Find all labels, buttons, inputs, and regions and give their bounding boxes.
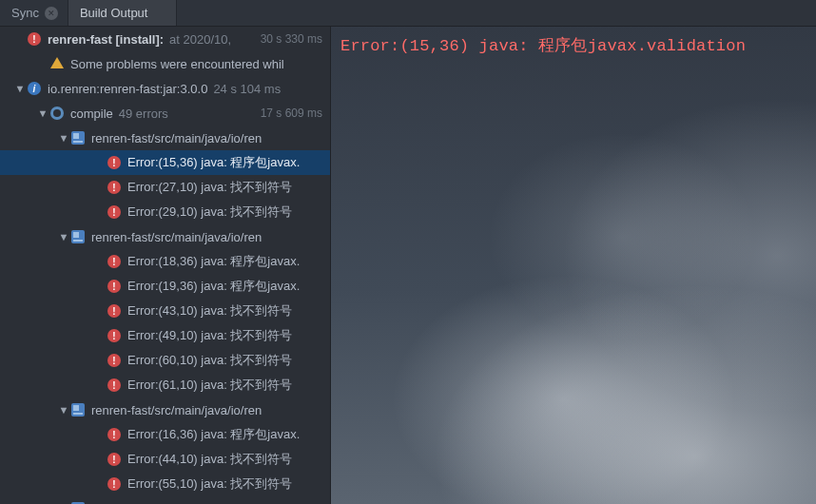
tree-row[interactable]: Error:(44,10) java: 找不到符号 — [0, 447, 330, 472]
tree-row-label: renren-fast/src/main/java/io/ren — [91, 230, 262, 244]
tree-row-label: Error:(27,10) java: 找不到符号 — [127, 179, 292, 196]
tree-row[interactable]: Error:(29,10) java: 找不到符号 — [0, 200, 330, 224]
build-tree[interactable]: renren-fast [install]:at 2020/10,30 s 33… — [0, 27, 331, 504]
indent — [0, 39, 13, 40]
gear-icon — [49, 106, 65, 121]
indent — [0, 212, 93, 213]
warning-icon — [49, 56, 65, 71]
tree-row-label: Error:(43,10) java: 找不到符号 — [127, 302, 292, 320]
tree-row-timing: 30 s 330 ms — [261, 32, 322, 46]
tree-row[interactable]: ▼compile49 errors17 s 609 ms — [0, 101, 330, 126]
tree-row[interactable]: Error:(43,10) java: 找不到符号 — [0, 299, 330, 323]
tree-row[interactable]: Error:(27,10) java: 找不到符号 — [0, 175, 330, 200]
tree-row-label: io.renren:renren-fast:jar:3.0.0 — [48, 82, 207, 96]
java-file-icon — [70, 402, 86, 417]
chevron-down-icon[interactable]: ▼ — [13, 83, 27, 94]
tree-row[interactable]: Error:(19,36) java: 程序包javax. — [0, 274, 330, 299]
tab-bar: Sync Build Output — [0, 0, 816, 27]
error-icon — [107, 427, 122, 442]
indent — [0, 187, 93, 188]
tab-sync[interactable]: Sync — [0, 0, 68, 26]
close-icon[interactable] — [45, 7, 58, 20]
tree-row[interactable]: Error:(61,10) java: 找不到符号 — [0, 373, 330, 397]
indent — [0, 262, 93, 262]
tree-row-label: Error:(49,10) java: 找不到符号 — [127, 327, 292, 344]
error-icon — [107, 353, 122, 368]
tree-row[interactable]: Error:(49,10) java: 找不到符号 — [0, 323, 330, 348]
background-image — [331, 27, 816, 504]
tree-row-label: Error:(61,10) java: 找不到符号 — [127, 377, 292, 394]
tree-row-suffix: at 2020/10, — [169, 32, 231, 47]
tree-row-label: Error:(15,36) java: 程序包javax. — [127, 154, 300, 171]
indent — [0, 113, 36, 114]
error-icon — [107, 254, 122, 269]
error-icon — [107, 378, 122, 393]
tree-row[interactable]: ▼renren-fast/src/main/java/io/ren — [0, 397, 330, 422]
tree-row-suffix: 49 errors — [119, 107, 168, 121]
indent — [0, 360, 93, 361]
error-icon — [107, 476, 122, 492]
tree-row[interactable]: ▼renren-fast/src/main/java/io/ren — [0, 126, 330, 150]
indent — [0, 237, 57, 238]
indent — [0, 484, 93, 485]
tree-row-label: Error:(19,36) java: 程序包javax. — [127, 278, 300, 295]
tree-row-label: Error:(44,10) java: 找不到符号 — [127, 451, 292, 468]
tree-row[interactable]: Error:(16,36) java: 程序包javax. — [0, 422, 330, 447]
tree-row[interactable]: renren-fast [install]:at 2020/10,30 s 33… — [0, 27, 330, 51]
error-message: Error:(15,36) java: 程序包javax.validation — [331, 27, 816, 64]
chevron-down-icon[interactable]: ▼ — [57, 231, 70, 242]
tree-row-suffix: 24 s 104 ms — [213, 82, 281, 96]
chevron-down-icon[interactable]: ▼ — [57, 404, 70, 416]
chevron-down-icon[interactable]: ▼ — [57, 132, 70, 144]
error-icon — [107, 452, 122, 467]
indent — [0, 163, 93, 164]
tree-row-label: Error:(16,36) java: 程序包javax. — [127, 426, 300, 443]
error-icon — [107, 180, 122, 195]
tree-row[interactable]: Error:(18,36) java: 程序包javax. — [0, 249, 330, 274]
indent — [0, 435, 93, 436]
tree-row-label: Error:(18,36) java: 程序包javax. — [127, 253, 300, 270]
tree-row[interactable]: Some problems were encountered whil — [0, 51, 330, 76]
tree-row[interactable]: ▼io.renren:renren-fast:jar:3.0.024 s 104… — [0, 76, 330, 101]
tool-window: Sync Build Output renren-fast [install]:… — [0, 0, 816, 504]
error-icon — [107, 155, 122, 170]
tree-row-label: compile — [70, 107, 113, 121]
tree-row-label: Error:(60,10) java: 找不到符号 — [127, 352, 292, 369]
tree-row[interactable]: ▼renren-fast/src/main/java/io/ren — [0, 496, 330, 504]
indent — [0, 385, 93, 386]
indent — [0, 88, 13, 89]
indent — [0, 138, 57, 139]
tree-row[interactable]: Error:(60,10) java: 找不到符号 — [0, 348, 330, 373]
indent — [0, 311, 93, 312]
error-icon — [107, 303, 122, 319]
error-icon — [107, 204, 122, 220]
indent — [0, 459, 93, 460]
java-file-icon — [70, 130, 86, 145]
chevron-down-icon[interactable]: ▼ — [36, 107, 49, 119]
tab-build-output[interactable]: Build Output — [68, 0, 178, 26]
indent — [0, 64, 36, 65]
tree-row-label: Error:(55,10) java: 找不到符号 — [127, 475, 292, 493]
indent — [0, 336, 93, 337]
info-icon — [27, 81, 42, 96]
indent — [0, 410, 57, 411]
error-icon — [27, 31, 42, 47]
tree-row-label: Some problems were encountered whil — [70, 57, 284, 71]
tree-row[interactable]: ▼renren-fast/src/main/java/io/ren — [0, 224, 330, 249]
tree-row-label: renren-fast/src/main/java/io/ren — [91, 403, 262, 417]
java-file-icon — [70, 229, 86, 244]
error-icon — [107, 279, 122, 294]
main-split: renren-fast [install]:at 2020/10,30 s 33… — [0, 27, 816, 504]
output-panel[interactable]: Error:(15,36) java: 程序包javax.validation — [331, 27, 816, 504]
tree-row-label: renren-fast [install]: — [48, 32, 164, 47]
tree-row[interactable]: Error:(55,10) java: 找不到符号 — [0, 472, 330, 496]
tab-build-label: Build Output — [80, 6, 148, 20]
tree-row-timing: 17 s 609 ms — [261, 107, 322, 120]
tree-row-label: renren-fast/src/main/java/io/ren — [91, 131, 262, 145]
tree-row[interactable]: Error:(15,36) java: 程序包javax. — [0, 150, 330, 175]
error-icon — [107, 328, 122, 343]
indent — [0, 286, 93, 287]
tree-row-label: Error:(29,10) java: 找不到符号 — [127, 204, 292, 221]
tab-sync-label: Sync — [11, 6, 39, 20]
